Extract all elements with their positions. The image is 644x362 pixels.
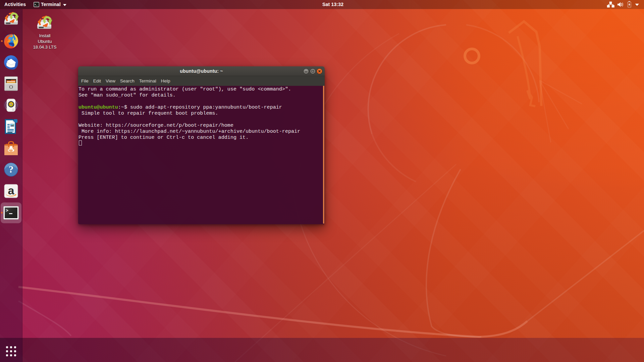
- svg-text:>_: >_: [35, 3, 38, 6]
- svg-text:?: ?: [9, 164, 14, 175]
- svg-text:>: >: [6, 208, 8, 213]
- svg-text:a: a: [8, 184, 15, 197]
